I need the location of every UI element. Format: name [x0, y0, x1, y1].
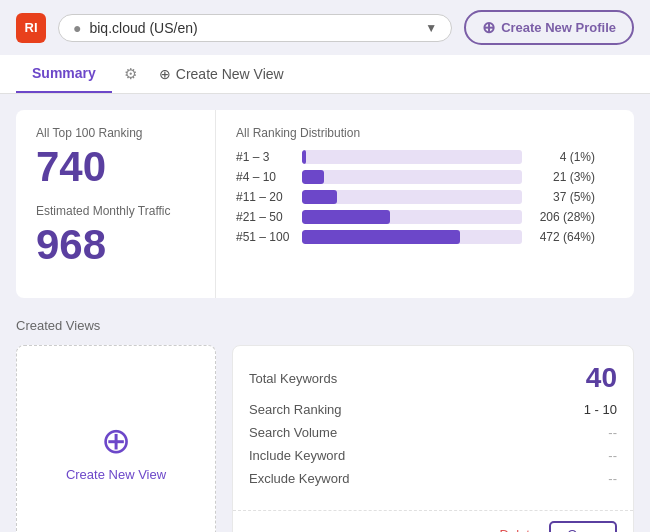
open-button[interactable]: Open [549, 521, 617, 532]
avatar: RI [16, 13, 46, 43]
exclude-keyword-label: Exclude Keyword [249, 471, 349, 486]
search-ranking-label: Search Ranking [249, 402, 342, 417]
main-content: All Top 100 Ranking 740 Estimated Monthl… [0, 94, 650, 532]
distribution-panel: All Ranking Distribution #1 – 3 4 (1%) #… [216, 110, 634, 298]
dist-count-label: 206 (28%) [530, 210, 595, 224]
create-view-plus-icon: ⊕ [101, 423, 131, 459]
distribution-row: #11 – 20 37 (5%) [236, 190, 614, 204]
dist-bar-fill [302, 190, 337, 204]
dist-bar-bg [302, 210, 522, 224]
tabs-bar: Summary ⚙ ⊕ Create New View [0, 55, 650, 94]
search-volume-row: Search Volume -- [249, 425, 617, 440]
delete-button[interactable]: Delete [500, 527, 538, 532]
plus-icon: ⊕ [482, 18, 495, 37]
search-icon: ● [73, 20, 81, 36]
create-profile-label: Create New Profile [501, 20, 616, 35]
exclude-keyword-row: Exclude Keyword -- [249, 471, 617, 486]
search-ranking-row: Search Ranking 1 - 10 [249, 402, 617, 417]
dist-bar-fill [302, 170, 324, 184]
dist-count-label: 4 (1%) [530, 150, 595, 164]
tab-create-view-label: Create New View [176, 66, 284, 82]
search-text: biq.cloud (US/en) [89, 20, 417, 36]
include-keyword-value: -- [608, 448, 617, 463]
dist-range-label: #4 – 10 [236, 170, 294, 184]
monthly-traffic-value: 968 [36, 222, 195, 268]
plus-circle-icon: ⊕ [159, 66, 171, 82]
tab-create-new-view[interactable]: ⊕ Create New View [149, 58, 294, 90]
settings-icon[interactable]: ⚙ [116, 57, 145, 91]
dist-range-label: #51 – 100 [236, 230, 294, 244]
distribution-title: All Ranking Distribution [236, 126, 614, 140]
app-header: RI ● biq.cloud (US/en) ▼ ⊕ Create New Pr… [0, 0, 650, 55]
chevron-down-icon: ▼ [425, 21, 437, 35]
distribution-row: #1 – 3 4 (1%) [236, 150, 614, 164]
dist-bar-bg [302, 150, 522, 164]
top-ranking-label: All Top 100 Ranking [36, 126, 195, 140]
dist-bar-fill [302, 230, 460, 244]
dist-bar-bg [302, 190, 522, 204]
tab-summary[interactable]: Summary [16, 55, 112, 93]
view-detail-card: Total Keywords 40 Search Ranking 1 - 10 … [232, 345, 634, 532]
search-volume-value: -- [608, 425, 617, 440]
create-new-view-card[interactable]: ⊕ Create New View [16, 345, 216, 532]
dist-bar-bg [302, 230, 522, 244]
search-bar[interactable]: ● biq.cloud (US/en) ▼ [58, 14, 452, 42]
dist-range-label: #11 – 20 [236, 190, 294, 204]
distribution-row: #21 – 50 206 (28%) [236, 210, 614, 224]
view-detail-body: Total Keywords 40 Search Ranking 1 - 10 … [233, 346, 633, 510]
top-ranking-value: 740 [36, 144, 195, 190]
search-volume-label: Search Volume [249, 425, 337, 440]
include-keyword-row: Include Keyword -- [249, 448, 617, 463]
monthly-traffic-label: Estimated Monthly Traffic [36, 204, 195, 218]
dist-bar-fill [302, 210, 390, 224]
dist-bar-fill [302, 150, 306, 164]
dist-count-label: 472 (64%) [530, 230, 595, 244]
create-view-card-label: Create New View [66, 467, 166, 482]
view-detail-footer: Delete Open [233, 510, 633, 532]
distribution-row: #51 – 100 472 (64%) [236, 230, 614, 244]
created-views-label: Created Views [16, 318, 634, 333]
dist-range-label: #21 – 50 [236, 210, 294, 224]
total-keywords-row: Total Keywords 40 [249, 362, 617, 394]
dist-range-label: #1 – 3 [236, 150, 294, 164]
views-row: ⊕ Create New View Total Keywords 40 Sear… [16, 345, 634, 532]
exclude-keyword-value: -- [608, 471, 617, 486]
total-keywords-value: 40 [586, 362, 617, 394]
top-ranking-panel: All Top 100 Ranking 740 Estimated Monthl… [16, 110, 216, 298]
distribution-row: #4 – 10 21 (3%) [236, 170, 614, 184]
create-profile-button[interactable]: ⊕ Create New Profile [464, 10, 634, 45]
dist-bar-bg [302, 170, 522, 184]
stats-panel: All Top 100 Ranking 740 Estimated Monthl… [16, 110, 634, 298]
include-keyword-label: Include Keyword [249, 448, 345, 463]
total-keywords-label: Total Keywords [249, 371, 337, 386]
dist-count-label: 37 (5%) [530, 190, 595, 204]
dist-count-label: 21 (3%) [530, 170, 595, 184]
search-ranking-value: 1 - 10 [584, 402, 617, 417]
